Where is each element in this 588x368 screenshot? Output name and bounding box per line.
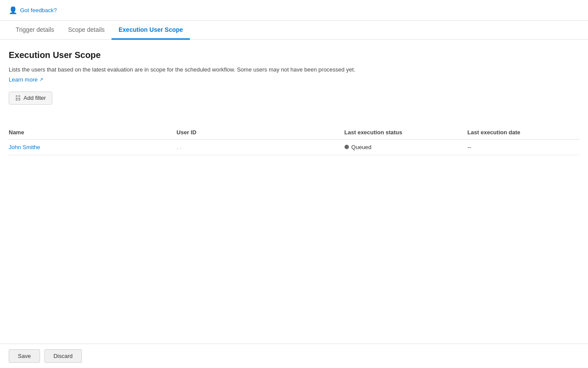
discard-button[interactable]: Discard bbox=[44, 349, 82, 363]
add-filter-button[interactable]: ☷ Add filter bbox=[9, 92, 52, 105]
description-text: Lists the users that based on the latest… bbox=[9, 65, 579, 74]
cell-last-date: -- bbox=[467, 139, 579, 155]
feedback-link[interactable]: 👤 Got feedback? bbox=[9, 6, 57, 14]
learn-more-link[interactable]: Learn more ↗ bbox=[9, 76, 43, 83]
filter-icon: ☷ bbox=[15, 95, 21, 102]
table-header-row: Name User ID Last execution status Last … bbox=[9, 126, 579, 140]
page-title: Execution User Scope bbox=[9, 50, 579, 60]
save-button[interactable]: Save bbox=[9, 349, 40, 363]
tab-scope-details[interactable]: Scope details bbox=[61, 21, 112, 40]
col-header-last-status: Last execution status bbox=[345, 126, 468, 140]
tab-execution-user-scope[interactable]: Execution User Scope bbox=[112, 21, 190, 40]
tab-trigger-details[interactable]: Trigger details bbox=[9, 21, 61, 40]
external-link-icon: ↗ bbox=[39, 77, 43, 82]
user-name-link[interactable]: John Smithe bbox=[9, 144, 40, 150]
status-text: Queued bbox=[351, 144, 372, 150]
cell-last-status: Queued bbox=[345, 139, 468, 155]
feedback-label: Got feedback? bbox=[20, 7, 57, 14]
learn-more-label: Learn more bbox=[9, 76, 37, 83]
status-dot-icon bbox=[345, 145, 349, 149]
col-header-user-id: User ID bbox=[176, 126, 344, 140]
cell-user-id: . . bbox=[176, 139, 344, 155]
cell-user-name: John Smithe bbox=[9, 139, 176, 155]
footer: Save Discard bbox=[0, 344, 588, 368]
tabs-bar: Trigger details Scope details Execution … bbox=[0, 21, 588, 40]
feedback-icon: 👤 bbox=[9, 6, 17, 14]
top-bar: 👤 Got feedback? bbox=[0, 0, 588, 21]
main-content: Execution User Scope Lists the users tha… bbox=[0, 40, 588, 344]
users-table: Name User ID Last execution status Last … bbox=[9, 126, 579, 155]
table-row: John Smithe. .Queued-- bbox=[9, 139, 579, 155]
col-header-last-date: Last execution date bbox=[467, 126, 579, 140]
add-filter-label: Add filter bbox=[24, 95, 46, 101]
col-header-name: Name bbox=[9, 126, 176, 140]
